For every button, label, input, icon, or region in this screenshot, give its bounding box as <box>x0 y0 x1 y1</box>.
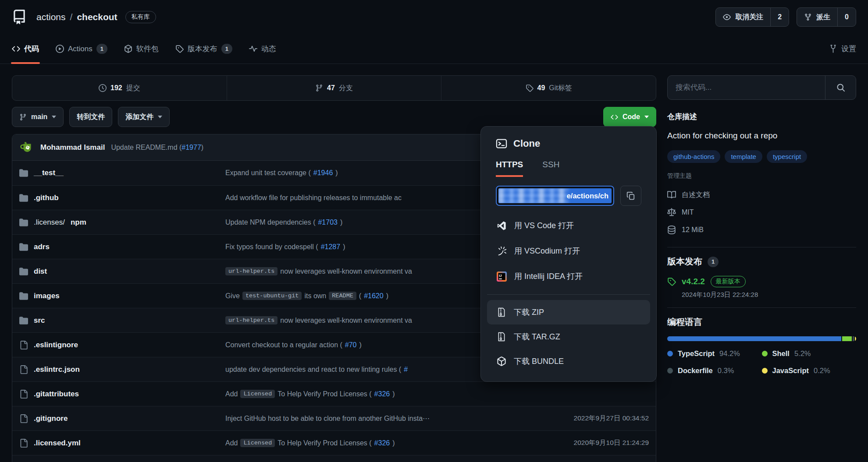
file-row[interactable]: .licensed.ymlAdd Licensed To Help Verify… <box>12 430 656 455</box>
copy-icon <box>626 191 635 200</box>
add-file-button[interactable]: 添加文件 <box>118 107 170 127</box>
zip-file-icon <box>497 332 506 342</box>
issue-link[interactable]: #1287 <box>321 243 341 251</box>
tab-packages[interactable]: 软件包 <box>124 34 159 63</box>
commits-stat[interactable]: 192 提交 <box>12 76 227 100</box>
repo-link[interactable]: checkout <box>77 12 117 22</box>
zip-file-icon <box>497 307 506 317</box>
code-button[interactable]: Code <box>603 107 656 127</box>
file-name[interactable]: .gitattributes <box>19 390 225 399</box>
topic-pill[interactable]: github-actions <box>667 150 720 163</box>
download-bundle-item[interactable]: 下载 BUNDLE <box>487 349 650 374</box>
release-version-link[interactable]: v4.2.2 <box>682 277 705 286</box>
terminal-icon <box>496 138 507 149</box>
code-chip: Licensed <box>240 439 275 447</box>
file-row[interactable]: .gitattributesAdd Licensed To Help Verif… <box>12 381 656 406</box>
issue-link[interactable]: #1620 <box>364 292 384 300</box>
svg-text:IJ: IJ <box>499 273 502 277</box>
goto-file-button[interactable]: 转到文件 <box>69 107 112 127</box>
open-intellij-item[interactable]: IJ 用 Intellij IDEA 打开 <box>487 264 650 289</box>
issue-link[interactable]: #70 <box>345 341 357 349</box>
file-name[interactable]: src <box>19 316 225 325</box>
search-input[interactable] <box>668 76 825 99</box>
language-legend-item[interactable]: JavaScript0.2% <box>762 367 857 375</box>
readme-link[interactable]: 自述文档 <box>667 186 856 204</box>
file-commit-message: Add Licensed To Help Verify Prod License… <box>225 390 539 398</box>
play-circle-icon <box>56 45 64 53</box>
tab-actions[interactable]: Actions 1 <box>56 34 107 63</box>
watch-group: 取消关注 2 <box>715 7 789 27</box>
commit-author[interactable]: Mohammad Ismail <box>40 143 105 152</box>
branch-selector[interactable]: main <box>12 107 64 127</box>
tab-settings[interactable]: 设置 <box>829 34 856 63</box>
file-name[interactable]: adrs <box>19 243 225 251</box>
copy-url-button[interactable] <box>620 186 641 206</box>
clone-url-input[interactable]: e/actions/ch <box>496 186 614 206</box>
manage-topics-link[interactable]: 管理主题 <box>667 172 692 180</box>
file-name[interactable]: images <box>19 292 225 300</box>
open-vscodium-item[interactable]: 用 VSCodium 打开 <box>487 238 650 264</box>
file-name[interactable]: .eslintignore <box>19 341 225 349</box>
redacted-url-blur <box>498 188 569 203</box>
issue-link[interactable]: #1703 <box>318 219 338 226</box>
code-icon <box>611 113 618 121</box>
forks-count[interactable]: 0 <box>837 8 856 26</box>
repo-logo-icon[interactable] <box>12 10 27 25</box>
repo-actions: 取消关注 2 派生 0 <box>715 7 856 27</box>
tab-ssh[interactable]: SSH <box>542 160 559 177</box>
release-date: 2024年10月23日 22:24:28 <box>682 291 856 299</box>
file-row[interactable]: .gitignoreInject GitHub host to be able … <box>12 406 656 430</box>
language-legend-item[interactable]: TypeScript94.2% <box>667 349 762 358</box>
issue-link[interactable]: #1946 <box>313 169 333 177</box>
tab-activity[interactable]: 动态 <box>249 34 276 63</box>
releases-count-badge: 1 <box>221 44 232 54</box>
tag-icon <box>526 84 534 92</box>
topic-pill[interactable]: template <box>725 150 762 163</box>
watchers-count[interactable]: 2 <box>770 8 789 26</box>
language-bar-segment <box>842 336 852 341</box>
release-row: v4.2.2 最新版本 <box>667 276 856 287</box>
latest-release-badge: 最新版本 <box>711 276 746 287</box>
tab-https[interactable]: HTTPS <box>496 160 523 177</box>
download-zip-item[interactable]: 下载 ZIP <box>487 300 650 324</box>
language-legend: TypeScript94.2%Shell5.2%Dockerfile0.3%Ja… <box>667 349 856 375</box>
file-row[interactable] <box>12 455 656 462</box>
branch-icon <box>315 84 323 92</box>
file-name[interactable]: dist <box>19 267 225 276</box>
language-dot <box>762 368 768 374</box>
topic-pill[interactable]: typescript <box>767 150 807 163</box>
file-name[interactable]: .gitignore <box>19 414 225 423</box>
description-title: 仓库描述 <box>667 112 856 122</box>
repo-size: 12 MiB <box>667 221 856 239</box>
tags-stat[interactable]: 49 Git标签 <box>441 76 656 100</box>
law-icon <box>667 208 676 217</box>
issue-link[interactable]: # <box>404 366 408 374</box>
issue-link[interactable]: #326 <box>374 390 390 398</box>
owner-link[interactable]: actions <box>36 12 66 22</box>
tab-releases[interactable]: 版本发布 1 <box>175 34 232 63</box>
license-link[interactable]: MIT <box>667 204 856 221</box>
language-legend-item[interactable]: Dockerfile0.3% <box>667 367 762 375</box>
file-name[interactable]: .github <box>19 194 225 202</box>
issue-link[interactable]: #326 <box>374 439 390 447</box>
file-name[interactable]: __test__ <box>19 169 225 177</box>
content: 192 提交 47 分支 49 Git标签 main <box>0 75 868 462</box>
language-bar <box>667 336 856 341</box>
language-legend-item[interactable]: Shell5.2% <box>762 349 857 358</box>
search-button[interactable] <box>825 76 856 99</box>
file-name[interactable]: .licenses/npm <box>19 218 225 227</box>
issue-link[interactable]: #1977 <box>181 144 201 151</box>
tag-icon <box>667 277 676 286</box>
intellij-icon: IJ <box>497 272 507 282</box>
unwatch-button[interactable]: 取消关注 <box>716 8 770 26</box>
clone-dropdown: Clone HTTPS SSH e/actions/ch 用 VS Code 打… <box>480 126 657 382</box>
file-name[interactable]: .licensed.yml <box>19 439 225 448</box>
chevron-down-icon <box>644 116 649 118</box>
branches-stat[interactable]: 47 分支 <box>227 76 441 100</box>
open-vscode-item[interactable]: 用 VS Code 打开 <box>487 213 650 238</box>
file-name[interactable]: .eslintrc.json <box>19 365 225 374</box>
fork-button[interactable]: 派生 <box>797 8 837 26</box>
download-targz-item[interactable]: 下载 TAR.GZ <box>487 324 650 349</box>
language-dot <box>762 351 768 356</box>
tab-code[interactable]: 代码 <box>12 34 39 63</box>
